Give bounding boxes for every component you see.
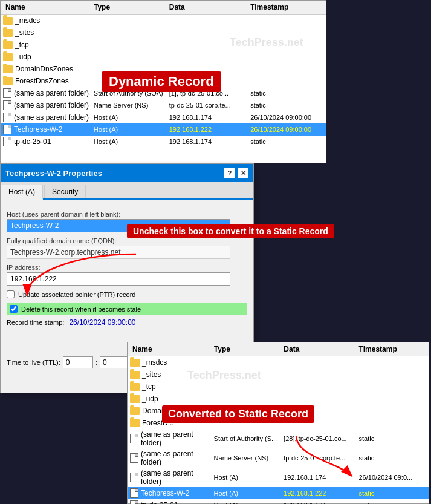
folder-icon [130,383,140,391]
folder-icon [130,395,140,403]
doc-icon [3,137,11,146]
row-name: (same as parent folder) [1,100,94,110]
row-timestamp: static [250,138,326,145]
row-timestamp: static [359,454,429,462]
ttl-sep1: : [96,359,97,366]
table-row[interactable]: _udp [1,51,326,63]
row-data: 192.168.1.222 [284,489,358,497]
row-data: tp-dc-25-01.corp.te... [169,102,250,109]
table-row[interactable]: _sites [128,368,429,381]
dialog-tabs: Host (A) Security [1,182,253,200]
table-row[interactable]: _udp [128,393,429,405]
row-timestamp: static [250,102,326,109]
row-type: Name Server (NS) [94,102,169,109]
stale-checkbox[interactable] [10,305,18,313]
row-data: 192.168.1.222 [169,126,250,133]
table-row[interactable]: tp-dc-25-01 Host (A) 192.168.1.174 stati… [128,499,429,504]
doc-icon [130,453,138,463]
dialog-help-button[interactable]: ? [224,168,235,178]
doc-icon [130,488,138,498]
table-row[interactable]: _tcp [1,39,326,51]
tab-security[interactable]: Security [44,185,86,198]
stale-label: Delete this record when it becomes stale [21,306,141,313]
row-name: _tcp [128,382,214,391]
ttl-label: Time to live (TTL): [7,359,60,366]
bottom-header-timestamp: Timestamp [359,345,429,353]
bottom-header-data: Data [284,345,358,353]
row-name: (same as parent folder) [128,450,214,466]
row-name: _sites [128,370,214,379]
dynamic-record-badge: Dynamic Record [102,71,221,92]
table-row[interactable]: _msdcs [1,15,326,27]
row-data: 192.168.1.174 [169,138,250,145]
tab-host-a[interactable]: Host (A) [1,185,43,200]
row-name: _udp [1,53,94,61]
folder-icon [130,407,140,415]
row-name: _msdcs [128,358,214,367]
folder-icon [3,41,13,49]
doc-icon [130,434,138,443]
row-type: Host (A) [94,126,169,133]
row-timestamp: 26/10/2024 09:0... [359,474,429,481]
folder-icon [3,17,13,25]
header-name: Name [1,3,94,11]
row-timestamp: static [359,435,429,442]
row-name: (same as parent folder) [128,430,214,447]
row-type: Start of Authority (S... [214,435,284,442]
table-row[interactable]: Techpress-W-2 Host (A) 192.168.1.222 26/… [1,123,326,136]
host-field-label: Host (uses parent domain if left blank): [7,211,247,218]
table-row[interactable]: _sites [1,27,326,39]
row-type: Host (A) [94,138,169,145]
doc-icon [3,113,11,122]
folder-icon [3,53,13,61]
table-row[interactable]: Techpress-W-2 Host (A) 192.168.1.222 sta… [128,487,429,499]
row-data: 192.168.1.174 [169,114,250,121]
table-row[interactable]: (same as parent folder) Host (A) 192.168… [128,468,429,487]
bottom-header-name: Name [128,345,214,353]
dialog-close-button[interactable]: ✕ [238,168,248,178]
row-data: 192.168.1.174 [284,502,358,504]
table-header-bottom: Name Type Data Timestamp [128,342,429,356]
row-name: _udp [128,394,214,403]
timestamp-value: 26/10/2024 09:00:00 [69,318,135,327]
row-type: Host (A) [94,114,169,121]
doc-icon [3,125,11,134]
converted-arrow [290,433,363,481]
table-row[interactable]: (same as parent folder) Host (A) 192.168… [1,111,326,123]
converted-badge: Converted to Static Record [162,405,314,423]
doc-icon [3,100,11,110]
row-type: Name Server (NS) [214,454,284,462]
dialog-controls: ? ✕ [224,168,248,178]
table-row[interactable]: (same as parent folder) Start of Authori… [128,429,429,448]
row-name: (same as parent folder) [1,113,94,122]
row-name: _msdcs [1,16,94,25]
row-timestamp: static [359,502,429,504]
row-type: Host (A) [214,489,284,497]
ttl-hours-input[interactable] [63,356,93,368]
folder-icon [130,359,140,367]
table-row[interactable]: _msdcs [128,356,429,368]
ttl-minutes-input[interactable] [100,356,130,368]
folder-icon [3,29,13,37]
row-name: (same as parent folder) [128,469,214,486]
table-row[interactable]: _tcp [128,381,429,393]
row-name: _sites [1,28,94,37]
row-type: Host (A) [214,502,284,504]
header-data: Data [169,3,250,11]
table-row[interactable]: (same as parent folder) Name Server (NS)… [128,448,429,468]
row-timestamp: static [250,90,326,97]
table-header-top: Name Type Data Timestamp [1,1,326,15]
dialog-titlebar: Techpress-W-2 Properties ? ✕ [1,164,253,182]
header-timestamp: Timestamp [250,3,326,11]
table-row[interactable]: tp-dc-25-01 Host (A) 192.168.1.174 stati… [1,136,326,148]
row-timestamp: 26/10/2024 09:00:00 [250,126,326,133]
header-type: Type [94,3,169,11]
row-name: _tcp [1,41,94,49]
bottom-header-type: Type [214,345,284,353]
table-row[interactable]: (same as parent folder) Name Server (NS)… [1,99,326,111]
doc-icon [130,500,138,504]
uncheck-annotation: Uncheck this box to convert it to a Stat… [127,224,334,238]
stale-checkbox-row: Delete this record when it becomes stale [7,303,247,315]
row-name: Techpress-W-2 [1,125,94,134]
bottom-dns-panel: Name Type Data Timestamp _msdcs _sites _… [127,342,429,504]
